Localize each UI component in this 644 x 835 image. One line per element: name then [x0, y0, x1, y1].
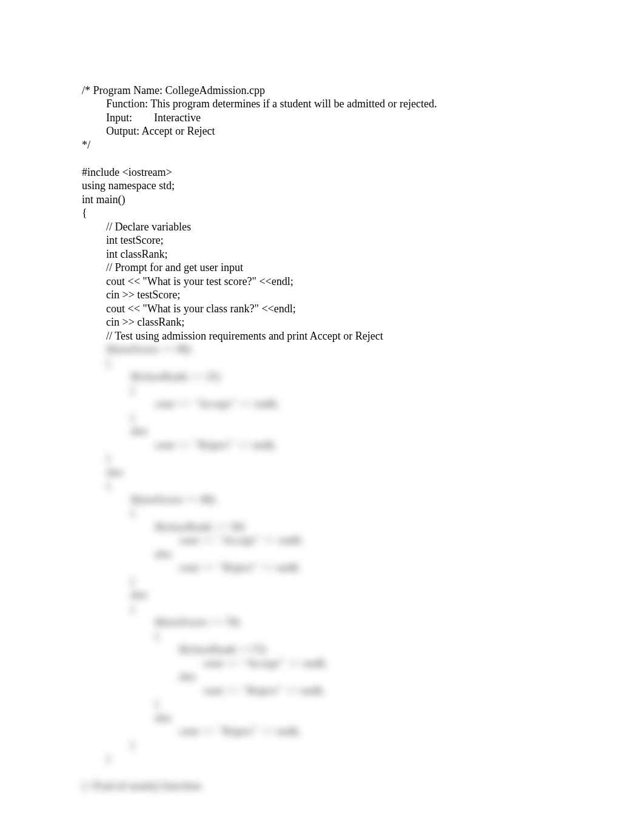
code-line: #include <iostream> [82, 166, 608, 179]
code-line: } [82, 575, 608, 589]
code-line: cin >> classRank; [82, 315, 608, 329]
code-line [82, 152, 608, 166]
code-line: cout << "Accept" << endl; [82, 534, 608, 548]
code-line: { [82, 357, 608, 371]
code-line: int classRank; [82, 247, 608, 261]
code-line: // Test using admission requirements and… [82, 329, 608, 343]
code-line: if(testScore >= 70) [82, 615, 608, 629]
code-line: int main() [82, 193, 608, 207]
code-line: cout << "Reject" << endl; [82, 561, 608, 575]
code-line: if(classRank >= 25) [82, 370, 608, 384]
code-line: Input: Interactive [82, 111, 608, 125]
code-line: if(testScore >= 90) [82, 343, 608, 357]
code-line: { [82, 479, 608, 493]
code-line: // Prompt for and get user input [82, 261, 608, 275]
code-line: { [82, 206, 608, 220]
code-line: { [82, 384, 608, 398]
code-line: int testScore; [82, 233, 608, 247]
code-line [82, 766, 608, 780]
code-line: if(testScore >= 80) [82, 493, 608, 507]
code-line: cout << "Accept" << endl; [82, 397, 608, 411]
code-line: if(classRank >=75) [82, 643, 608, 657]
code-line: Function: This program determines if a s… [82, 97, 608, 111]
code-line: cout << "Reject" << endl; [82, 438, 608, 452]
code-line: { [82, 629, 608, 643]
code-line: cout << "Reject" << endl; [82, 684, 608, 698]
code-line: // Declare variables [82, 220, 608, 234]
code-line: cout << "What is your test score?" <<end… [82, 275, 608, 289]
code-line: /* Program Name: CollegeAdmission.cpp [82, 84, 608, 98]
code-line: else [82, 466, 608, 480]
code-line: { [82, 506, 608, 520]
code-line: using namespace std; [82, 179, 608, 193]
code-line: } //End of main() function [82, 779, 608, 793]
code-line: else [82, 548, 608, 562]
code-line: cout << "Accept" << endl; [82, 657, 608, 671]
code-line: else [82, 424, 608, 438]
code-line: else [82, 670, 608, 684]
code-line: { [82, 602, 608, 616]
code-document: /* Program Name: CollegeAdmission.cppFun… [0, 0, 644, 793]
code-line: } [82, 739, 608, 753]
code-line: Output: Accept or Reject [82, 124, 608, 138]
code-line: cout << "What is your class rank?" <<end… [82, 302, 608, 316]
code-line: cin >> testScore; [82, 288, 608, 302]
code-line: cout << "Reject" << endl; [82, 725, 608, 739]
code-line: } [82, 452, 608, 466]
code-line: else [82, 588, 608, 602]
code-line: */ [82, 138, 608, 152]
code-line: } [82, 411, 608, 425]
code-line: } [82, 697, 608, 711]
code-line: else [82, 711, 608, 725]
code-line: if(classRank >= 50) [82, 520, 608, 534]
code-line: } [82, 752, 608, 766]
